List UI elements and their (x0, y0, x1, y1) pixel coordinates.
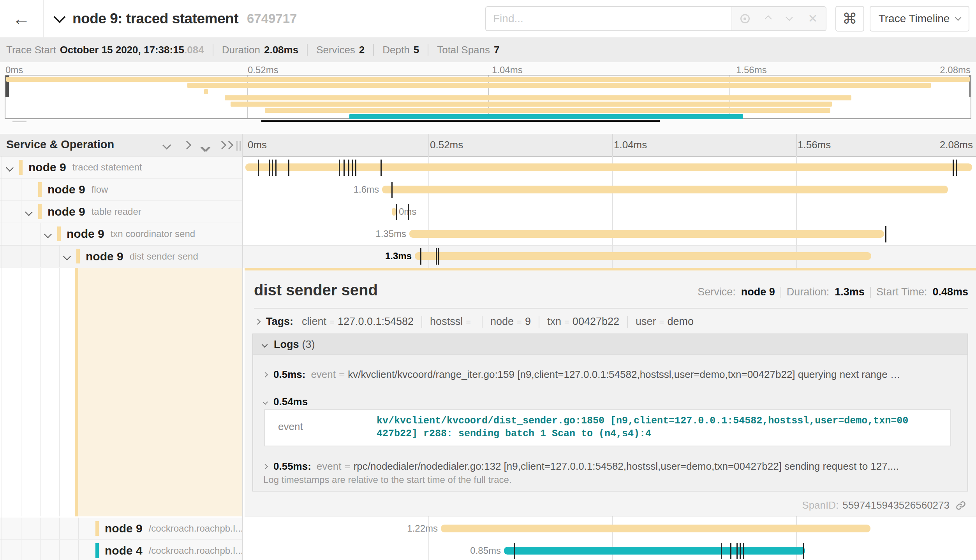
span-name-group[interactable]: node 9traced statement (28, 156, 142, 178)
log-entry-collapsed[interactable]: 0.55ms: event = rpc/nodedialer/nodediale… (263, 460, 961, 472)
span-service-name[interactable]: node 9 (48, 183, 85, 196)
find-next-icon[interactable] (786, 14, 793, 21)
log-marker-tick (803, 543, 804, 559)
find-controls: ✕ (731, 7, 826, 30)
span-bar[interactable] (415, 252, 871, 260)
minimap-axis-tick: 2.08ms (940, 65, 971, 75)
log-marker-tick (275, 160, 277, 176)
span-collapse-chevron-icon[interactable] (25, 208, 33, 216)
span-name-group[interactable]: node 9table reader (48, 201, 141, 223)
keyboard-shortcuts-button[interactable]: ⌘ (835, 6, 864, 32)
log-marker-tick (436, 248, 437, 265)
find-box: ✕ (485, 6, 826, 31)
span-collapse-chevron-icon[interactable] (44, 230, 52, 238)
view-selector-button[interactable]: Trace Timeline (870, 6, 969, 32)
span-row[interactable]: node 9/cockroach.roachpb.I...1.22ms (0, 518, 976, 540)
column-resizer-grip[interactable] (236, 141, 241, 151)
log-marker-tick (736, 543, 738, 559)
span-name-group[interactable]: node 9/cockroach.roachpb.I... (105, 518, 243, 539)
depth-value: 5 (414, 44, 419, 56)
find-clear-icon[interactable]: ✕ (808, 13, 817, 25)
log-time: 0.5ms: (273, 369, 305, 381)
log-key: event (317, 460, 342, 472)
span-row[interactable]: node 9traced statement (0, 156, 976, 179)
minimap-span-bar (204, 89, 208, 94)
trace-timeline-app: ← node 9: traced statement 6749717 ✕ ⌘ T… (0, 0, 976, 560)
span-tree-cell: node 9traced statement (0, 156, 242, 179)
duration-label: Duration (222, 44, 260, 56)
indent-guide (78, 518, 79, 539)
collapse-one-icon[interactable] (164, 142, 170, 150)
minimap-span-bar (6, 77, 970, 82)
log-marker-tick (272, 160, 273, 176)
span-id-row: SpanID: 5597415943526560273 (802, 499, 967, 511)
span-row[interactable]: node 9dist sender send1.3ms (0, 245, 976, 267)
logs-section: Logs (3) 0.5ms: event = kv/kvclient/kvco… (252, 334, 968, 492)
log-entry-expanded-header[interactable]: 0.54ms (263, 396, 961, 408)
tag-item: node=9 (490, 316, 531, 328)
span-collapse-chevron-icon[interactable] (63, 253, 71, 260)
indent-guide (78, 540, 79, 560)
collapse-header-chevron-icon[interactable] (53, 11, 65, 23)
minimap-canvas[interactable] (5, 75, 971, 119)
log-marker-tick (396, 204, 397, 220)
log-entry-collapsed[interactable]: 0.5ms: event = kv/kvclient/kvcoord/range… (263, 369, 961, 381)
log-marker-tick (420, 248, 421, 265)
indent-guide (21, 518, 21, 539)
span-name-group[interactable]: node 9dist sender send (86, 245, 198, 267)
tree-left-border (2, 156, 2, 560)
indent-guide (21, 245, 21, 267)
span-service-name[interactable]: node 4 (105, 544, 143, 557)
detail-left-column (0, 268, 242, 516)
log-marker-tick (408, 204, 409, 220)
span-bar[interactable] (245, 163, 972, 171)
tag-item: client=127.0.0.1:54582 (302, 316, 414, 328)
span-detail-title: dist sender send (254, 281, 378, 299)
span-color-swatch (38, 182, 42, 197)
collapse-all-icon[interactable] (202, 142, 209, 152)
focus-target-icon[interactable] (740, 14, 750, 23)
span-id-value: 5597415943526560273 (842, 499, 950, 511)
span-row[interactable]: node 4/cockroach.roachpb.I...0.85ms (0, 540, 976, 560)
span-bar[interactable] (441, 525, 870, 532)
span-bar[interactable] (409, 230, 884, 238)
minimap-scrubber[interactable] (261, 120, 660, 122)
indent-guide (40, 245, 41, 267)
expand-one-icon[interactable] (184, 142, 190, 150)
span-row[interactable]: node 9table reader0ms (0, 201, 976, 223)
span-bar[interactable] (392, 208, 396, 216)
indent-guide (59, 518, 60, 539)
find-input[interactable] (486, 7, 731, 30)
selected-span-color-strip (75, 268, 78, 516)
span-bar[interactable] (382, 186, 948, 193)
span-row[interactable]: node 9txn coordinator send1.35ms (0, 223, 976, 245)
panel-splitter[interactable] (242, 134, 243, 560)
logs-toggle-header[interactable]: Logs (3) (253, 334, 967, 355)
span-name-group[interactable]: node 9txn coordinator send (67, 223, 195, 245)
span-service-name[interactable]: node 9 (67, 227, 104, 241)
chevron-down-icon (263, 399, 268, 404)
span-name-group[interactable]: node 9flow (48, 179, 108, 200)
chevron-down-icon (955, 14, 962, 21)
span-row[interactable]: node 9flow1.6ms (0, 179, 976, 201)
span-collapse-chevron-icon[interactable] (6, 164, 14, 172)
span-bar[interactable] (504, 547, 805, 555)
deep-link-icon[interactable] (955, 500, 967, 511)
find-prev-icon[interactable] (765, 15, 772, 22)
trace-start-value: October 15 2020, 17:38:15.084 (60, 44, 204, 56)
log-marker-tick (743, 543, 744, 559)
back-button[interactable]: ← (0, 0, 44, 37)
expand-all-icon[interactable] (219, 142, 232, 150)
tags-toggle-row[interactable]: Tags: client=127.0.0.1:54582hostssl=node… (255, 316, 694, 328)
span-service-name[interactable]: node 9 (48, 205, 85, 218)
span-name-group[interactable]: node 4/cockroach.roachpb.I... (105, 540, 243, 560)
span-service-name[interactable]: node 9 (86, 250, 123, 263)
minimap-span-bar (231, 102, 832, 107)
span-service-name[interactable]: node 9 (28, 161, 66, 174)
minimap-scrollbar[interactable] (12, 121, 26, 122)
timeline-axis-tick: 2.08ms (940, 139, 973, 151)
services-value: 2 (359, 44, 365, 56)
tag-item: hostssl= (430, 316, 474, 328)
span-color-swatch (19, 160, 23, 175)
span-service-name[interactable]: node 9 (105, 522, 143, 535)
